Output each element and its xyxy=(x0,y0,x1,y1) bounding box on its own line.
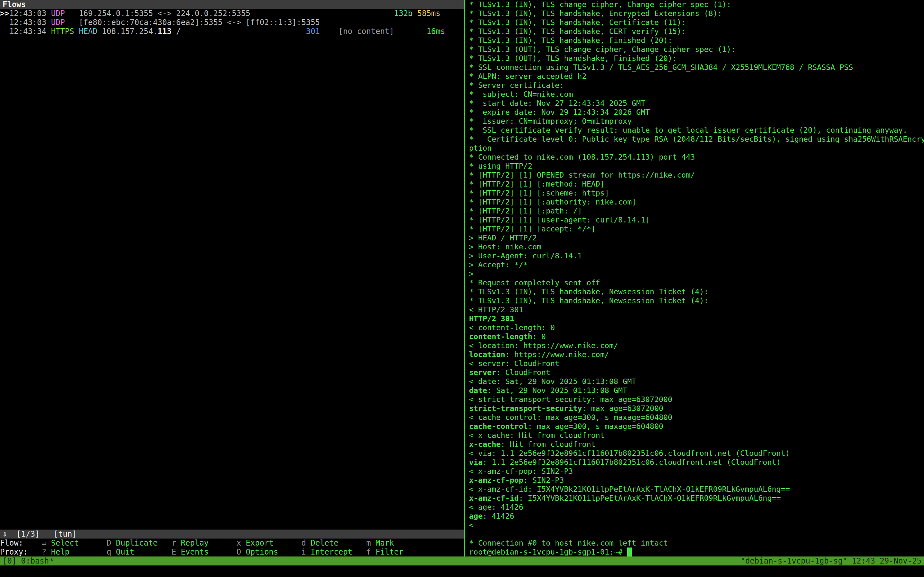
terminal-line: < date: Sat, 29 Nov 2025 01:13:08 GMT xyxy=(469,377,924,386)
terminal-line: root@debian-s-1vcpu-1gb-sgp1-01:~# xyxy=(469,548,924,556)
terminal-line: age: 41426 xyxy=(469,512,924,521)
terminal-line: * [HTTP/2] [1] [:path: /] xyxy=(469,206,924,215)
terminal-line: * using HTTP/2 xyxy=(469,161,924,171)
mitmproxy-pane[interactable]: Flows >>12:43:03 UDP 169.254.0.1:5355 <-… xyxy=(0,0,464,556)
terminal-line: * expire date: Nov 29 12:43:34 2026 GMT xyxy=(469,108,924,117)
terminal-line: via: 1.1 2e56e9f32e8961cf116017b802351c0… xyxy=(469,458,924,467)
terminal-line: * Request completely sent off xyxy=(469,278,924,287)
terminal-line: server: CloudFront xyxy=(469,368,924,377)
terminal-line: * TLSv1.3 (IN), TLS change cipher, Chang… xyxy=(469,0,924,9)
terminal-line: date: Sat, 29 Nov 2025 01:13:08 GMT xyxy=(469,386,924,395)
terminal-line: * [HTTP/2] [1] [:authority: nike.com] xyxy=(469,197,924,206)
terminal-line: * TLSv1.3 (OUT), TLS handshake, Finished… xyxy=(469,54,924,63)
pane-divider[interactable] xyxy=(464,0,465,556)
flow-row[interactable]: >>12:43:03 UDP 169.254.0.1:5355 <-> 224.… xyxy=(0,9,464,18)
shell-pane[interactable]: * TLSv1.3 (IN), TLS change cipher, Chang… xyxy=(469,0,924,556)
curl-output: * TLSv1.3 (IN), TLS change cipher, Chang… xyxy=(469,0,924,556)
terminal-line: < age: 41426 xyxy=(469,503,924,512)
terminal-line: > User-Agent: curl/8.14.1 xyxy=(469,251,924,260)
flow-list-empty-area xyxy=(0,36,464,530)
terminal-line: * Server certificate: xyxy=(469,81,924,90)
terminal-line: * Certificate level 0: Public key type R… xyxy=(469,135,924,143)
terminal-line: * Connected to nike.com (108.157.254.113… xyxy=(469,153,924,161)
terminal-line: * issuer: CN=mitmproxy; O=mitmproxy xyxy=(469,117,924,126)
terminal-screen: Flows >>12:43:03 UDP 169.254.0.1:5355 <-… xyxy=(0,0,924,577)
terminal-line: < strict-transport-security: max-age=630… xyxy=(469,395,924,404)
terminal-line: * TLSv1.3 (IN), TLS handshake, Newsessio… xyxy=(469,296,924,305)
flow-list: >>12:43:03 UDP 169.254.0.1:5355 <-> 224.… xyxy=(0,9,464,36)
terminal-line: location: https://www.nike.com/ xyxy=(469,350,924,359)
terminal-line: > Accept: */* xyxy=(469,260,924,269)
tmux-host-time: "debian-s-1vcpu-1gb-sg" 12:43 29-Nov-25 xyxy=(740,556,921,566)
terminal-line: * TLSv1.3 (IN), TLS handshake, Newsessio… xyxy=(469,287,924,296)
terminal-line: > xyxy=(469,269,924,278)
terminal-line: > HEAD / HTTP/2 xyxy=(469,234,924,242)
terminal-line: < cache-control: max-age=300, s-maxage=6… xyxy=(469,413,924,422)
terminal-line: * TLSv1.3 (OUT), TLS change cipher, Chan… xyxy=(469,45,924,54)
terminal-line: * TLSv1.3 (IN), TLS handshake, CERT veri… xyxy=(469,27,924,36)
terminal-line: > Host: nike.com xyxy=(469,242,924,251)
terminal-line: < via: 1.1 2e56e9f32e8961cf116017b802351… xyxy=(469,449,924,458)
terminal-line: < server: CloudFront xyxy=(469,359,924,368)
tmux-session-info[interactable]: [0] 0:bash* xyxy=(3,556,53,566)
terminal-line: * subject: CN=nike.com xyxy=(469,90,924,99)
terminal-line: < HTTP/2 301 xyxy=(469,305,924,314)
terminal-line: cache-control: max-age=300, s-maxage=604… xyxy=(469,422,924,431)
mitmproxy-status-line: ⇩ [1/3] [tun] xyxy=(3,530,464,538)
flow-row[interactable]: 12:43:03 UDP [fe80::ebc:70ca:430a:6ea2]:… xyxy=(0,18,464,27)
terminal-line: * [HTTP/2] [1] [:scheme: https] xyxy=(469,189,924,197)
mitmproxy-status-bar: ⇩ [1/3] [tun] xyxy=(0,530,464,538)
terminal-line: < content-length: 0 xyxy=(469,323,924,332)
terminal-line: x-amz-cf-id: I5X4YVBk21KO1ilpPeEtArAxK-T… xyxy=(469,494,924,503)
terminal-line: < x-cache: Hit from cloudfront xyxy=(469,431,924,440)
terminal-line: * [HTTP/2] [1] [accept: */*] xyxy=(469,224,924,234)
terminal-line: x-amz-cf-pop: SIN2-P3 xyxy=(469,476,924,485)
terminal-line: * ALPN: server accepted h2 xyxy=(469,72,924,81)
flows-title: Flows xyxy=(3,0,26,9)
terminal-line: < xyxy=(469,521,924,530)
terminal-line: ption xyxy=(469,143,924,153)
terminal-line: * TLSv1.3 (IN), TLS handshake, Encrypted… xyxy=(469,9,924,18)
terminal-line: * [HTTP/2] [1] [user-agent: curl/8.14.1] xyxy=(469,215,924,224)
terminal-line: * Connection #0 to host nike.com left in… xyxy=(469,538,924,548)
terminal-line: strict-transport-security: max-age=63072… xyxy=(469,404,924,413)
terminal-line: * [HTTP/2] [1] [:method: HEAD] xyxy=(469,179,924,189)
terminal-line: < x-amz-cf-id: I5X4YVBk21KO1ilpPeEtArAxK… xyxy=(469,485,924,494)
keybinding-row: Proxy: ? Help q Quit E Events O Options … xyxy=(0,548,464,556)
terminal-line: < x-amz-cf-pop: SIN2-P3 xyxy=(469,467,924,476)
keybinding-row: Flow: ↵ Select D Duplicate r Replay x Ex… xyxy=(0,538,464,548)
terminal-line xyxy=(469,530,924,538)
terminal-line: HTTP/2 301 xyxy=(469,314,924,323)
terminal-line: x-cache: Hit from cloudfront xyxy=(469,440,924,449)
terminal-line: * TLSv1.3 (IN), TLS handshake, Certifica… xyxy=(469,18,924,27)
terminal-line: * SSL certificate verify result: unable … xyxy=(469,126,924,135)
keybinding-bar: Flow: ↵ Select D Duplicate r Replay x Ex… xyxy=(0,538,464,556)
terminal-line: * [HTTP/2] [1] OPENED stream for https:/… xyxy=(469,171,924,179)
terminal-line: < location: https://www.nike.com/ xyxy=(469,341,924,350)
flow-row[interactable]: 12:43:34 HTTPS HEAD 108.157.254.113 / 30… xyxy=(0,27,464,36)
terminal-line: * start date: Nov 27 12:43:34 2025 GMT xyxy=(469,99,924,108)
tmux-status-bar: [0] 0:bash* "debian-s-1vcpu-1gb-sg" 12:4… xyxy=(0,556,924,566)
flows-title-bar: Flows xyxy=(0,0,464,9)
terminal-line: * SSL connection using TLSv1.3 / TLS_AES… xyxy=(469,63,924,72)
terminal-line: * TLSv1.3 (IN), TLS handshake, Finished … xyxy=(469,36,924,45)
terminal-line: content-length: 0 xyxy=(469,332,924,341)
